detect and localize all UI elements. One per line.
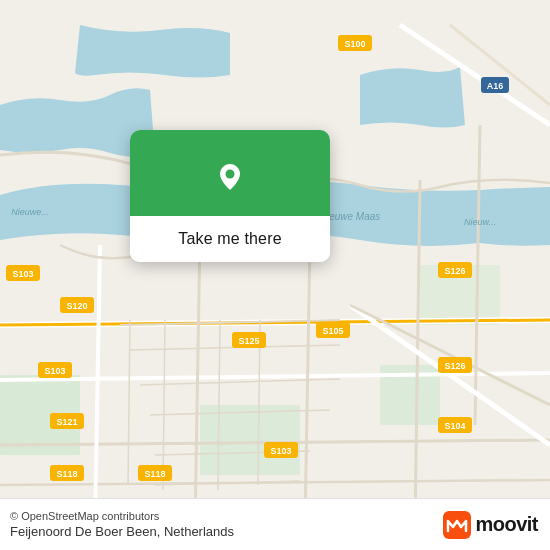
popup-green-header xyxy=(130,130,330,216)
map-background: S100 A16 S103 S120 S103 S121 S118 S118 S… xyxy=(0,0,550,550)
svg-text:Nieuwe...: Nieuwe... xyxy=(11,207,49,217)
svg-text:S126: S126 xyxy=(444,266,465,276)
popup-card: Take me there xyxy=(130,130,330,262)
moovit-icon xyxy=(443,511,471,539)
moovit-logo: moovit xyxy=(443,511,538,539)
take-me-there-button[interactable]: Take me there xyxy=(130,216,330,262)
svg-text:S125: S125 xyxy=(238,336,259,346)
svg-text:A16: A16 xyxy=(487,81,504,91)
svg-text:S118: S118 xyxy=(144,469,165,479)
map-attribution: © OpenStreetMap contributors xyxy=(10,510,234,522)
svg-text:S120: S120 xyxy=(66,301,87,311)
svg-rect-3 xyxy=(200,405,300,475)
svg-text:S118: S118 xyxy=(56,469,77,479)
svg-text:S103: S103 xyxy=(12,269,33,279)
svg-text:S126: S126 xyxy=(444,361,465,371)
bottom-bar: © OpenStreetMap contributors Feijenoord … xyxy=(0,498,550,550)
location-pin-icon xyxy=(208,154,252,198)
svg-text:Nieuw...: Nieuw... xyxy=(464,217,496,227)
svg-text:S105: S105 xyxy=(322,326,343,336)
map-container: S100 A16 S103 S120 S103 S121 S118 S118 S… xyxy=(0,0,550,550)
svg-text:S104: S104 xyxy=(444,421,465,431)
moovit-text: moovit xyxy=(475,513,538,536)
svg-text:S121: S121 xyxy=(56,417,77,427)
svg-text:S103: S103 xyxy=(44,366,65,376)
location-label: Feijenoord De Boer Been, Netherlands xyxy=(10,524,234,539)
svg-point-61 xyxy=(226,170,235,179)
svg-text:S103: S103 xyxy=(270,446,291,456)
svg-text:S100: S100 xyxy=(344,39,365,49)
